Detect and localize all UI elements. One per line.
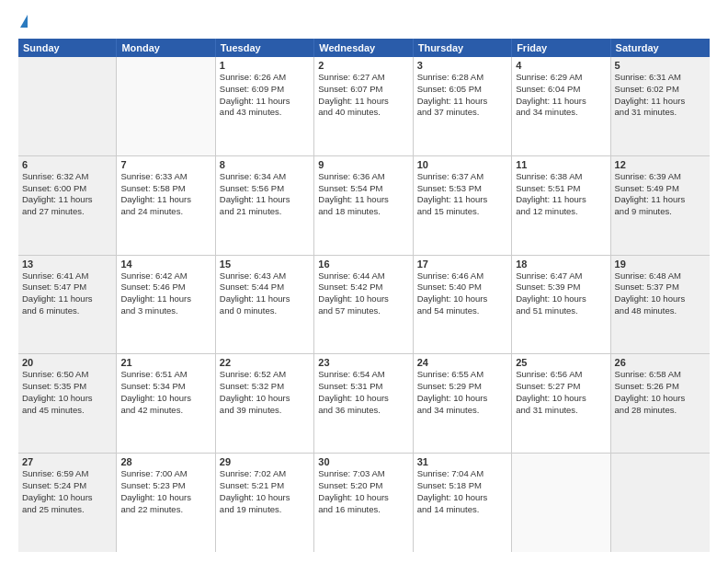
cell-line: Sunrise: 6:56 AM [516, 369, 606, 381]
cell-line: Sunrise: 6:31 AM [615, 72, 706, 84]
cell-line: and 57 minutes. [318, 305, 408, 317]
cell-line: Daylight: 11 hours [22, 293, 112, 305]
cell-line: and 28 minutes. [615, 405, 706, 417]
cell-line: Sunrise: 6:26 AM [220, 72, 310, 84]
calendar-cell: 17Sunrise: 6:46 AMSunset: 5:40 PMDayligh… [414, 256, 512, 354]
calendar-header-cell: Thursday [414, 39, 512, 57]
day-number: 7 [120, 159, 210, 170]
cell-line: Sunset: 5:29 PM [417, 381, 507, 393]
calendar-week-row: 20Sunrise: 6:50 AMSunset: 5:35 PMDayligh… [18, 354, 710, 454]
cell-line: and 15 minutes. [417, 206, 507, 218]
cell-line: Daylight: 10 hours [220, 393, 310, 405]
calendar-cell: 28Sunrise: 7:00 AMSunset: 5:23 PMDayligh… [117, 454, 215, 552]
day-number: 26 [615, 357, 706, 368]
cell-line: Sunrise: 6:32 AM [22, 171, 112, 183]
calendar-cell: 10Sunrise: 6:37 AMSunset: 5:53 PMDayligh… [414, 156, 512, 255]
cell-line: Sunset: 5:34 PM [120, 381, 210, 393]
cell-line: and 43 minutes. [220, 107, 310, 119]
day-number: 15 [220, 259, 310, 270]
cell-line: Sunset: 5:31 PM [318, 381, 408, 393]
cell-line: Daylight: 11 hours [22, 194, 112, 206]
cell-line: Daylight: 10 hours [516, 393, 606, 405]
calendar-cell: 5Sunrise: 6:31 AMSunset: 6:02 PMDaylight… [611, 57, 710, 155]
cell-line: Sunrise: 6:41 AM [22, 270, 112, 282]
calendar-cell: 23Sunrise: 6:54 AMSunset: 5:31 PMDayligh… [314, 354, 413, 453]
day-number: 19 [615, 259, 706, 270]
cell-line: and 48 minutes. [615, 305, 706, 317]
cell-line: Sunrise: 6:48 AM [615, 270, 706, 282]
calendar-cell: 11Sunrise: 6:38 AMSunset: 5:51 PMDayligh… [512, 156, 610, 255]
cell-line: Sunset: 5:49 PM [615, 183, 706, 195]
cell-line: Daylight: 10 hours [22, 492, 112, 504]
cell-line: Sunset: 6:09 PM [220, 84, 310, 96]
cell-line: and 27 minutes. [22, 206, 112, 218]
cell-line: and 18 minutes. [318, 206, 408, 218]
cell-line: and 34 minutes. [417, 405, 507, 417]
day-number: 20 [22, 357, 112, 368]
calendar-week-row: 13Sunrise: 6:41 AMSunset: 5:47 PMDayligh… [18, 256, 710, 355]
day-number: 13 [22, 259, 112, 270]
cell-line: Daylight: 10 hours [22, 393, 112, 405]
cell-line: Daylight: 10 hours [417, 293, 507, 305]
calendar-cell: 20Sunrise: 6:50 AMSunset: 5:35 PMDayligh… [18, 354, 117, 453]
cell-line: Daylight: 10 hours [417, 492, 507, 504]
cell-line: Sunset: 5:58 PM [120, 183, 210, 195]
calendar-body: 1Sunrise: 6:26 AMSunset: 6:09 PMDaylight… [18, 57, 710, 552]
day-number: 1 [220, 60, 310, 71]
cell-line: and 25 minutes. [22, 504, 112, 516]
calendar-cell: 21Sunrise: 6:51 AMSunset: 5:34 PMDayligh… [117, 354, 215, 453]
day-number: 12 [615, 159, 706, 170]
cell-line: Sunrise: 7:03 AM [318, 468, 408, 480]
calendar-cell: 14Sunrise: 6:42 AMSunset: 5:46 PMDayligh… [117, 256, 215, 354]
cell-line: Sunrise: 6:43 AM [220, 270, 310, 282]
cell-line: Sunset: 6:00 PM [22, 183, 112, 195]
cell-line: Sunrise: 6:36 AM [318, 171, 408, 183]
cell-line: and 9 minutes. [615, 206, 706, 218]
cell-line: Sunset: 5:56 PM [220, 183, 310, 195]
day-number: 22 [220, 357, 310, 368]
day-number: 17 [417, 259, 507, 270]
cell-line: Daylight: 11 hours [120, 194, 210, 206]
cell-line: Sunset: 5:47 PM [22, 282, 112, 293]
cell-line: Sunset: 5:44 PM [220, 282, 310, 293]
cell-line: Sunset: 5:23 PM [120, 480, 210, 492]
calendar-cell: 9Sunrise: 6:36 AMSunset: 5:54 PMDaylight… [314, 156, 413, 255]
cell-line: Sunset: 5:51 PM [516, 183, 606, 195]
day-number: 2 [318, 60, 408, 71]
cell-line: Sunrise: 6:52 AM [220, 369, 310, 381]
calendar-cell: 3Sunrise: 6:28 AMSunset: 6:05 PMDaylight… [414, 57, 512, 155]
calendar-cell: 4Sunrise: 6:29 AMSunset: 6:04 PMDaylight… [512, 57, 610, 155]
calendar-cell: 2Sunrise: 6:27 AMSunset: 6:07 PMDaylight… [314, 57, 413, 155]
cell-line: and 16 minutes. [318, 504, 408, 516]
cell-line: and 37 minutes. [417, 107, 507, 119]
cell-line: Daylight: 11 hours [516, 194, 606, 206]
header [18, 17, 710, 29]
calendar-header-cell: Friday [512, 39, 610, 57]
cell-line: Sunrise: 6:38 AM [516, 171, 606, 183]
cell-line: and 3 minutes. [120, 305, 210, 317]
cell-line: and 0 minutes. [220, 305, 310, 317]
cell-line: Sunset: 5:53 PM [417, 183, 507, 195]
cell-line: and 22 minutes. [120, 504, 210, 516]
cell-line: Daylight: 10 hours [318, 393, 408, 405]
day-number: 14 [120, 259, 210, 270]
cell-line: Sunrise: 6:59 AM [22, 468, 112, 480]
cell-line: and 36 minutes. [318, 405, 408, 417]
cell-line: Sunrise: 6:44 AM [318, 270, 408, 282]
calendar-cell: 16Sunrise: 6:44 AMSunset: 5:42 PMDayligh… [314, 256, 413, 354]
calendar-cell: 29Sunrise: 7:02 AMSunset: 5:21 PMDayligh… [216, 454, 314, 552]
day-number: 3 [417, 60, 507, 71]
calendar-cell: 13Sunrise: 6:41 AMSunset: 5:47 PMDayligh… [18, 256, 117, 354]
cell-line: and 31 minutes. [615, 107, 706, 119]
cell-line: and 21 minutes. [220, 206, 310, 218]
cell-line: Daylight: 11 hours [220, 293, 310, 305]
day-number: 11 [516, 159, 606, 170]
cell-line: Sunset: 5:39 PM [516, 282, 606, 293]
cell-line: Sunset: 5:42 PM [318, 282, 408, 293]
day-number: 9 [318, 159, 408, 170]
cell-line: Daylight: 10 hours [220, 492, 310, 504]
calendar-cell: 30Sunrise: 7:03 AMSunset: 5:20 PMDayligh… [314, 454, 413, 552]
cell-line: Sunset: 5:46 PM [120, 282, 210, 293]
cell-line: and 34 minutes. [516, 107, 606, 119]
cell-line: and 24 minutes. [120, 206, 210, 218]
